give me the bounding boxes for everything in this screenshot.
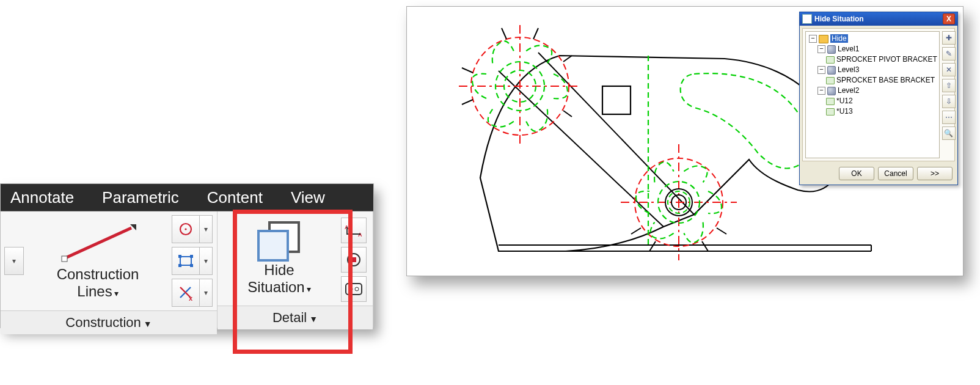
tree-item[interactable]: SPROCKET BASE BRACKET	[836, 76, 935, 84]
tab-parametric[interactable]: Parametric	[96, 188, 185, 207]
dialog-title-text: Hide Situation	[814, 15, 864, 23]
tree-root[interactable]: Hide	[830, 34, 848, 43]
find-icon[interactable]: 🔍	[942, 127, 956, 140]
part-icon	[826, 77, 835, 84]
svg-point-17	[355, 287, 359, 291]
hide-situation-dialog: Hide Situation X −Hide −Level1 SPROCKET …	[799, 12, 958, 185]
hide-tree[interactable]: −Hide −Level1 SPROCKET PIVOT BRACKET −Le…	[805, 31, 940, 158]
dialog-button-row: OK Cancel >>	[800, 164, 957, 185]
tree-level[interactable]: Level3	[838, 65, 859, 74]
ok-button[interactable]: OK	[839, 167, 874, 180]
hide-situation-icon	[257, 221, 301, 259]
panel-title-detail-label: Detail	[272, 310, 307, 325]
hide-situation-button[interactable]: Hide Situation▾	[221, 215, 337, 302]
tab-content[interactable]: Content	[201, 188, 269, 207]
construction-lines-label-1: Construction	[57, 266, 139, 282]
tree-toggle[interactable]: −	[809, 35, 817, 43]
tab-annotate[interactable]: Annotate	[4, 188, 80, 207]
move-up-icon[interactable]: ⇧	[942, 79, 956, 92]
svg-rect-5	[180, 257, 191, 265]
tab-view[interactable]: View	[285, 188, 331, 207]
edit-icon[interactable]: ✎	[942, 47, 956, 61]
construction-line-icon	[58, 222, 137, 265]
tree-item[interactable]: SPROCKET PIVOT BRACKET	[836, 55, 937, 64]
svg-point-16	[349, 287, 353, 291]
folder-icon	[819, 35, 828, 43]
centerline-circle-button[interactable]	[172, 215, 200, 243]
tree-item[interactable]: *U12	[836, 97, 853, 105]
tree-toggle[interactable]: −	[817, 45, 825, 53]
move-down-icon[interactable]: ⇩	[942, 95, 956, 108]
svg-text:x: x	[189, 295, 193, 301]
assign-icon[interactable]: ⋯	[942, 111, 956, 124]
panel-title-construction-label: Construction	[65, 315, 141, 330]
construction-lines-label-2: Lines	[77, 283, 112, 299]
cancel-button[interactable]: Cancel	[878, 167, 913, 180]
panel-construction: ▾ Construction Lines▾	[1, 211, 218, 328]
panel-dropdown[interactable]: ▾	[4, 247, 24, 275]
level-icon	[827, 87, 836, 95]
svg-rect-6	[178, 255, 181, 258]
hide-situation-label-1: Hide	[264, 262, 294, 278]
svg-point-4	[185, 228, 186, 230]
svg-rect-14	[351, 257, 356, 262]
tree-toggle[interactable]: −	[817, 66, 825, 74]
crossed-arrows-button[interactable]: x	[172, 279, 200, 307]
centerline-circle-dropdown[interactable]: ▾	[200, 215, 213, 243]
new-level-icon[interactable]: ✚	[942, 31, 956, 45]
dialog-side-toolbar: ✚ ✎ ✕ ⇧ ⇩ ⋯ 🔍	[942, 31, 956, 158]
tree-item[interactable]: *U13	[836, 107, 853, 116]
level-icon	[827, 45, 836, 54]
svg-line-0	[64, 228, 131, 258]
crossed-arrows-dropdown[interactable]: ▾	[200, 279, 213, 307]
tree-level[interactable]: Level2	[838, 86, 859, 95]
construction-lines-button[interactable]: Construction Lines▾	[27, 215, 168, 307]
part-icon	[826, 108, 835, 116]
tree-level[interactable]: Level1	[838, 45, 859, 53]
more-button[interactable]: >>	[917, 167, 953, 180]
dialog-app-icon	[802, 14, 812, 24]
hide-situation-label-2: Situation	[247, 279, 304, 295]
viewport-button[interactable]	[341, 276, 367, 302]
panel-detail: Hide Situation▾ AA Detai	[218, 211, 373, 328]
panel-title-detail[interactable]: Detail▼	[218, 306, 373, 329]
drawing-canvas: Hide Situation X −Hide −Level1 SPROCKET …	[406, 6, 964, 276]
rectangle-nodes-button[interactable]	[172, 247, 200, 275]
level-icon	[827, 66, 836, 75]
svg-rect-8	[178, 264, 181, 267]
ribbon-tabstrip: Annotate Parametric Content View	[1, 184, 373, 211]
detail-bubble-button[interactable]	[341, 247, 367, 273]
ribbon-fragment: Annotate Parametric Content View ▾	[0, 183, 374, 328]
svg-rect-9	[190, 264, 193, 267]
dialog-titlebar[interactable]: Hide Situation X	[800, 12, 957, 26]
svg-rect-7	[190, 255, 193, 258]
part-icon	[826, 56, 835, 64]
rectangle-nodes-dropdown[interactable]: ▾	[200, 247, 213, 275]
panel-title-construction[interactable]: Construction▼	[1, 310, 217, 334]
tree-toggle[interactable]: −	[817, 87, 825, 95]
svg-rect-1	[62, 256, 67, 262]
delete-icon[interactable]: ✕	[942, 63, 956, 76]
svg-rect-21	[602, 86, 631, 114]
part-icon	[826, 98, 835, 105]
svg-rect-15	[346, 284, 362, 295]
close-icon[interactable]: X	[943, 13, 955, 24]
section-line-button[interactable]: AA	[341, 218, 367, 243]
ribbon-body: ▾ Construction Lines▾	[1, 211, 373, 328]
reflection-decoration	[406, 278, 962, 382]
